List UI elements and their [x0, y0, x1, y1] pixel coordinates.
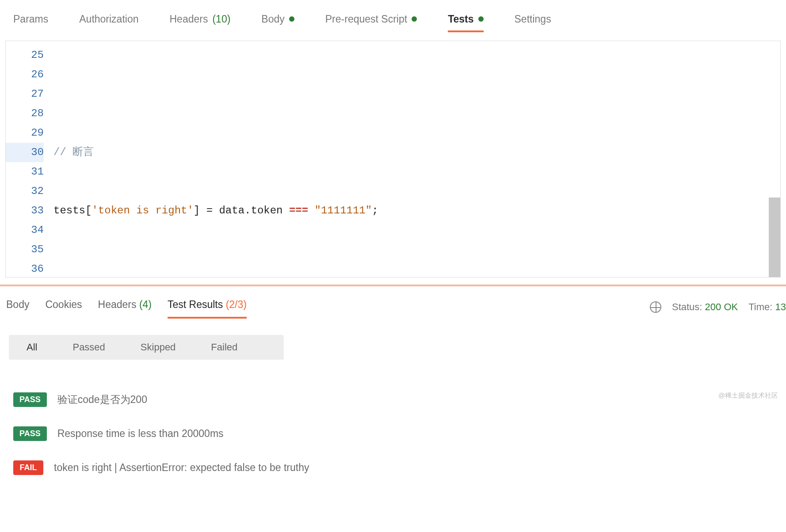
tab-params[interactable]: Params — [13, 13, 48, 31]
line-number: 26 — [31, 68, 44, 80]
code-line — [53, 84, 780, 104]
status-label: Status: — [672, 301, 702, 312]
resp-tab-cookies[interactable]: Cookies — [45, 299, 82, 316]
resp-tab-body[interactable]: Body — [6, 299, 29, 316]
response-meta: Status: 200 OK Time: 13 — [650, 301, 786, 313]
tab-headers[interactable]: Headers (10) — [170, 13, 231, 31]
status-value: 200 OK — [705, 301, 738, 312]
resp-tab-test-results[interactable]: Test Results (2/3) — [168, 299, 247, 316]
test-result-text: 验证code是否为200 — [57, 393, 147, 407]
line-number: 33 — [31, 205, 44, 217]
pass-badge: PASS — [13, 392, 47, 407]
line-number: 27 — [31, 88, 44, 100]
test-result-row: PASS 验证code是否为200 — [13, 392, 773, 407]
tab-headers-count: (10) — [212, 13, 230, 25]
line-number: 36 — [31, 263, 44, 275]
dot-icon — [289, 16, 294, 22]
line-number: 35 — [31, 243, 44, 255]
filter-passed[interactable]: Passed — [55, 335, 122, 360]
dot-icon — [412, 16, 417, 22]
line-number-current: 30 — [6, 143, 44, 162]
test-result-filters: All Passed Skipped Failed — [9, 335, 284, 360]
tab-pre-request-label: Pre-request Script — [325, 13, 407, 25]
pass-badge: PASS — [13, 426, 47, 441]
code-line: tests['token is right'] = data.token ===… — [53, 201, 780, 220]
resp-tab-test-results-label: Test Results — [168, 299, 223, 310]
filter-skipped[interactable]: Skipped — [123, 335, 194, 360]
line-number: 34 — [31, 224, 44, 236]
test-result-row: FAIL token is right | AssertionError: ex… — [13, 460, 773, 475]
line-number: 32 — [31, 185, 44, 197]
response-header-row: Body Cookies Headers (4) Test Results (2… — [0, 292, 786, 323]
test-results-list: PASS 验证code是否为200 PASS Response time is … — [0, 364, 786, 503]
tab-settings[interactable]: Settings — [515, 13, 551, 31]
tab-body-label: Body — [261, 13, 284, 25]
line-number: 28 — [31, 107, 44, 119]
resp-tab-test-results-count: (2/3) — [226, 299, 247, 310]
line-number: 25 — [31, 49, 44, 61]
resp-tab-headers-label: Headers — [98, 299, 137, 310]
tab-body[interactable]: Body — [261, 13, 294, 31]
line-number: 31 — [31, 166, 44, 178]
response-tabs: Body Cookies Headers (4) Test Results (2… — [6, 299, 247, 316]
tab-tests[interactable]: Tests — [448, 13, 483, 31]
resp-tab-headers-count: (4) — [139, 299, 152, 310]
tab-authorization[interactable]: Authorization — [79, 13, 138, 31]
globe-icon[interactable] — [650, 301, 661, 313]
code-content[interactable]: // 断言 tests['token is right'] = data.tok… — [53, 41, 780, 277]
test-result-row: PASS Response time is less than 20000ms — [13, 426, 773, 441]
tab-tests-label: Tests — [448, 13, 473, 25]
code-editor[interactable]: 25 26 27 28 29 30 31 32 33 34 35 36 // 断… — [5, 41, 781, 277]
resp-tab-headers[interactable]: Headers (4) — [98, 299, 152, 316]
line-number: 29 — [31, 127, 44, 139]
code-line: // 断言 — [53, 143, 780, 162]
test-result-text: token is right | AssertionError: expecte… — [54, 462, 309, 474]
time-value: 13 — [775, 301, 786, 312]
scrollbar-thumb[interactable] — [769, 198, 780, 277]
test-result-text: Response time is less than 20000ms — [57, 428, 224, 440]
time-label: Time: — [748, 301, 772, 312]
watermark: @稀土掘金技术社区 — [718, 391, 778, 400]
dot-icon — [478, 16, 484, 22]
line-number-gutter: 25 26 27 28 29 30 31 32 33 34 35 36 — [6, 41, 53, 277]
filter-failed[interactable]: Failed — [193, 335, 255, 360]
tab-pre-request-script[interactable]: Pre-request Script — [325, 13, 417, 31]
fail-badge: FAIL — [13, 460, 43, 475]
filter-all[interactable]: All — [9, 335, 55, 360]
section-divider — [0, 285, 786, 286]
code-line — [53, 259, 780, 277]
request-tabs: Params Authorization Headers (10) Body P… — [0, 0, 786, 35]
tab-headers-label: Headers — [170, 13, 208, 25]
